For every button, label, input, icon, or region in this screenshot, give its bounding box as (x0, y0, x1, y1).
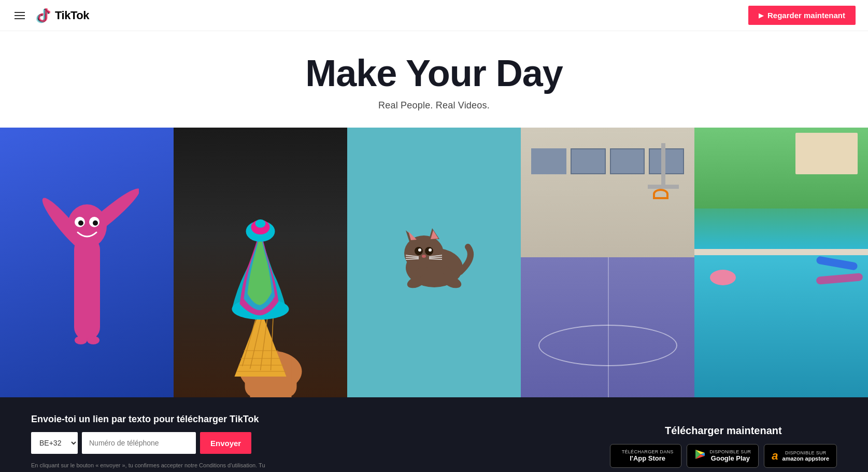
svg-line-39 (406, 259, 419, 259)
svg-line-41 (429, 257, 442, 258)
svg-line-42 (429, 259, 442, 259)
amazon-store-label: disponible sur (782, 450, 829, 455)
video-grid (0, 128, 868, 397)
store-buttons: Télécharger dans l'App Store DISPONIBLE … (610, 444, 837, 468)
hero-subtitle: Real People. Real Videos. (0, 100, 868, 111)
phone-input[interactable] (82, 432, 196, 454)
svg-point-7 (93, 220, 98, 226)
watch-button-label: Regarder maintenant (767, 11, 845, 20)
logo-text: TikTok (55, 9, 89, 22)
app-store-label: Télécharger dans (622, 449, 674, 454)
svg-point-9 (87, 336, 99, 344)
svg-point-36 (422, 255, 426, 258)
svg-point-8 (75, 336, 87, 344)
google-play-button[interactable]: DISPONIBLE SUR Google Play (687, 444, 759, 468)
app-store-button[interactable]: Télécharger dans l'App Store (610, 444, 681, 468)
watch-now-button[interactable]: ▶ Regarder maintenant (748, 6, 856, 25)
video-panel-4[interactable] (521, 128, 694, 397)
video-panel-5[interactable] (694, 128, 868, 397)
svg-rect-2 (74, 237, 100, 340)
svg-point-34 (418, 248, 421, 252)
google-play-icon (694, 449, 706, 463)
amazon-store-name: amazon appstore (782, 455, 829, 462)
header: TikTok ▶ Regarder maintenant (0, 0, 868, 31)
svg-point-35 (429, 248, 432, 252)
hero-section: Make Your Day Real People. Real Videos. (0, 31, 868, 128)
play-icon: ▶ (759, 12, 763, 19)
footer: Envoie-toi un lien par texto pour téléch… (0, 397, 868, 472)
video-panel-2[interactable] (174, 128, 347, 397)
inflatable-dancer-illustration (35, 159, 139, 366)
icecream-illustration (174, 128, 347, 397)
amazon-icon: a (772, 449, 778, 463)
svg-line-38 (406, 257, 419, 258)
video-panel-1[interactable] (0, 128, 174, 397)
hero-title: Make Your Day (0, 53, 868, 94)
tiktok-logo-icon (35, 7, 52, 24)
header-left: TikTok (12, 7, 89, 24)
send-button[interactable]: Envoyer (200, 432, 251, 454)
app-store-text: Télécharger dans l'App Store (622, 449, 674, 462)
google-play-text: DISPONIBLE SUR Google Play (710, 449, 751, 462)
svg-point-6 (78, 220, 83, 226)
sms-title: Envoie-toi un lien par texto pour téléch… (31, 414, 269, 425)
sms-form: BE+32 Envoyer (31, 432, 269, 454)
footer-disclaimer: En cliquant sur le bouton « envoyer », t… (31, 461, 269, 472)
amazon-store-button[interactable]: a disponible sur amazon appstore (764, 444, 837, 468)
footer-right: Télécharger maintenant Télécharger dans … (610, 425, 837, 468)
video-panel-3[interactable] (347, 128, 521, 397)
flying-cat-illustration (377, 216, 491, 309)
footer-left: Envoie-toi un lien par texto pour téléch… (31, 414, 269, 472)
google-play-name: Google Play (710, 454, 751, 462)
svg-point-3 (67, 204, 107, 248)
tiktok-logo[interactable]: TikTok (35, 7, 89, 24)
svg-point-25 (255, 219, 266, 228)
amazon-store-text: disponible sur amazon appstore (782, 450, 829, 462)
download-title: Télécharger maintenant (665, 425, 782, 437)
hamburger-menu[interactable] (12, 10, 27, 21)
google-play-label: DISPONIBLE SUR (710, 449, 751, 454)
phone-prefix-select[interactable]: BE+32 (31, 432, 78, 454)
app-store-name: l'App Store (622, 454, 674, 462)
